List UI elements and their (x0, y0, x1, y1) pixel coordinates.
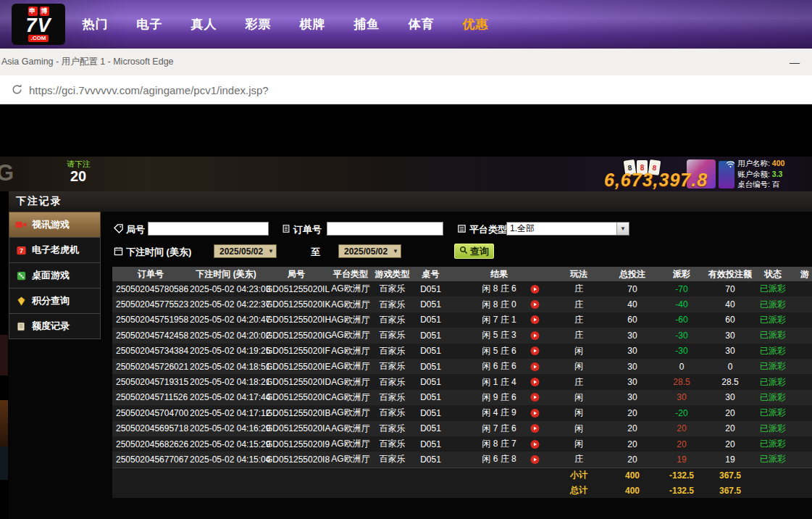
nav-item-2[interactable]: 电子 (122, 16, 177, 33)
play-video-icon[interactable] (530, 424, 540, 433)
round-cell: GD051255020IG (263, 331, 330, 341)
play-video-icon[interactable] (530, 393, 540, 402)
status-cell: 已派彩 (754, 283, 792, 295)
play-video-icon[interactable] (530, 454, 540, 464)
user-info-line: 桌台编号: 百 (737, 179, 784, 190)
total-bet-cell: 30 (608, 346, 657, 356)
tag-icon (114, 224, 123, 236)
valid-bet-cell: 60 (706, 315, 754, 325)
platform-cell: AG欧洲厅 (330, 407, 372, 419)
result-cell: 闲 7 庄 6 (448, 423, 550, 435)
table-no-cell: D051 (413, 299, 448, 310)
payout-cell: -30 (657, 331, 706, 341)
nav-item-7[interactable]: 体育 (394, 16, 448, 33)
round-cell: GD051255020IH (263, 315, 330, 325)
table-no-cell: D051 (413, 454, 448, 465)
result-cell: 闲 5 庄 3 (448, 329, 550, 341)
platform-cell: AG欧洲厅 (330, 453, 372, 465)
nav-item-1[interactable]: 热门 (68, 16, 122, 33)
platform-select-value: 1.全部 (507, 223, 616, 235)
order-cell: 250502045775523 (112, 299, 189, 310)
play-cell: 庄 (550, 299, 608, 311)
payout-cell: 0 (657, 362, 706, 372)
sidebar-item-4[interactable]: 积分查询 (9, 288, 101, 314)
play-video-icon[interactable] (530, 362, 540, 371)
table-no-cell: D051 (413, 362, 448, 372)
payout-cell: 30 (657, 392, 706, 402)
payout-cell: 20 (657, 423, 706, 433)
play-cell: 庄 (550, 329, 608, 341)
game-type-cell: 百家乐 (372, 391, 413, 404)
reload-icon[interactable] (11, 83, 23, 96)
nav-item-3[interactable]: 真人 (177, 16, 231, 33)
order-input[interactable] (327, 222, 443, 236)
platform-select[interactable]: 1.全部 ▼ (506, 222, 629, 236)
time-cell: 2025-05-02 04:16:29 (189, 423, 263, 433)
game-type-cell: 百家乐 (372, 453, 413, 465)
nav-item-8[interactable]: 优惠 (448, 16, 503, 33)
play-video-icon[interactable] (530, 439, 540, 449)
play-video-icon[interactable] (530, 331, 540, 340)
game-type-cell: 百家乐 (372, 376, 413, 389)
time-filter-label: 下注时间 (美东) (114, 246, 191, 259)
order-cell: 250502045742458 (112, 331, 189, 341)
user-info-value: 400 (772, 159, 785, 167)
total-bet-cell: 30 (608, 377, 657, 387)
total-bet-cell: 70 (608, 284, 657, 294)
sidebar-item-2[interactable]: 7电子老虎机 (9, 237, 101, 263)
panel-sidebar: 视讯游戏7电子老虎机桌面游戏积分查询额度记录 (9, 212, 101, 339)
round-input[interactable] (148, 222, 269, 236)
bet-amount: 20 (70, 168, 86, 185)
result-cell: 闲 1 庄 4 (448, 376, 550, 389)
column-header: 有效投注额 (706, 268, 754, 281)
game-type-cell: 百家乐 (372, 438, 413, 450)
bets-table: 订单号下注时间 (美东)局号平台类型游戏类型桌号结果玩法总投注派彩有效投注额状态… (112, 267, 812, 498)
date-from-dropdown[interactable]: 2025/05/02 ▼ (214, 244, 277, 258)
nav-item-6[interactable]: 捕鱼 (340, 16, 394, 33)
sidebar-item-1[interactable]: 视讯游戏 (9, 212, 101, 238)
play-cell: 庄 (550, 283, 608, 295)
panel-header: 下注记录 (9, 191, 812, 212)
column-header: 游 (792, 268, 812, 281)
round-cell: GD051255020ID (263, 377, 330, 387)
panel-title: 下注记录 (16, 191, 62, 212)
nav-item-5[interactable]: 棋牌 (285, 16, 340, 33)
date-to-dropdown[interactable]: 2025/05/02 ▼ (338, 244, 401, 258)
platform-cell: AG欧洲厅 (330, 345, 372, 357)
logo-brand: 7V (25, 17, 51, 35)
play-video-icon[interactable] (530, 346, 540, 356)
round-cell: GD051255020IF (263, 346, 330, 356)
payout-cell: -20 (657, 408, 706, 418)
play-video-icon[interactable] (530, 284, 540, 294)
search-button[interactable]: 查询 (454, 244, 494, 259)
table-row: 2505020457115262025-05-02 04:17:44GD0512… (112, 390, 812, 405)
valid-bet-cell: 20 (706, 439, 754, 449)
total-bet-cell: 20 (608, 423, 657, 433)
round-cell: GD051255020IA (263, 423, 330, 433)
status-cell: 已派彩 (754, 391, 792, 404)
table-body: 2505020457805862025-05-02 04:23:03GD0512… (112, 281, 812, 498)
play-video-icon[interactable] (530, 408, 540, 418)
order-cell: 250502045734384 (112, 346, 189, 356)
nav-item-4[interactable]: 彩票 (231, 16, 285, 33)
play-video-icon[interactable] (530, 315, 540, 325)
play-cell: 闲 (550, 438, 608, 450)
sidebar-item-5[interactable]: 额度记录 (9, 313, 101, 339)
betting-records-panel: 下注记录 视讯游戏7电子老虎机桌面游戏积分查询额度记录 局号 订单号 (9, 191, 812, 519)
total-bet-cell: 30 (608, 362, 657, 372)
play-video-icon[interactable] (530, 300, 540, 310)
payout-cell: 19 (657, 454, 706, 465)
play-video-icon[interactable] (530, 378, 540, 387)
column-header: 桌号 (413, 268, 448, 281)
total-row-cell: 400 (608, 486, 657, 496)
platform-filter-text: 平台类型 (469, 223, 507, 236)
address-url[interactable]: https://gci.7vvvvvv.com/agingame/pcv1/in… (29, 75, 269, 104)
minimize-button[interactable]: — (783, 49, 806, 75)
sidebar-item-3[interactable]: 桌面游戏 (9, 262, 101, 288)
table-row: 2505020457519582025-05-02 04:20:47GD0512… (112, 312, 812, 328)
time-cell: 2025-05-02 04:20:47 (189, 315, 263, 325)
subtotal-row-cell: 小计 (550, 469, 608, 481)
site-logo[interactable]: 申 博 7V .COM (12, 4, 65, 45)
top-nav: 热门电子真人彩票棋牌捕鱼体育优惠 (68, 0, 503, 49)
total-bet-cell: 30 (608, 392, 657, 402)
